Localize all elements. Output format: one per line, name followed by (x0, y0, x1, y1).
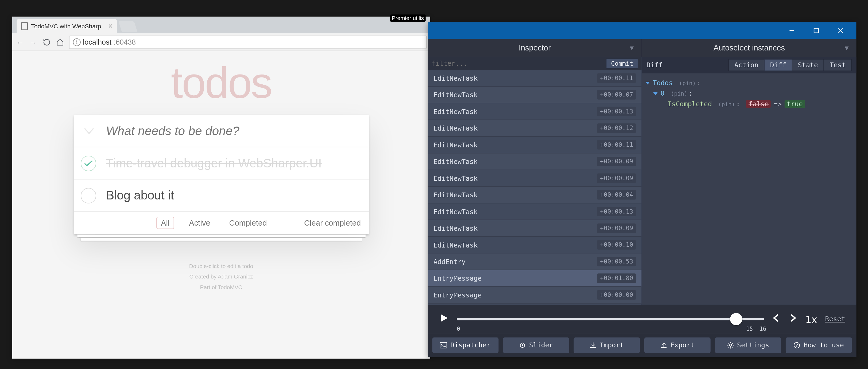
pin-label[interactable]: (pin) (671, 90, 688, 96)
tree-leaf[interactable]: IsCompleted (pin) : false => true (645, 100, 853, 108)
action-time: +00:00.09 (597, 173, 636, 183)
action-name: EditNewTask (433, 208, 477, 215)
commit-button[interactable]: Commit (606, 58, 638, 69)
address-bar[interactable]: i localhost:60438 (69, 35, 427, 48)
action-name: AddEntry (433, 258, 466, 265)
settings-button[interactable]: Settings (715, 337, 781, 353)
action-time: +00:00.13 (597, 207, 636, 216)
action-name: EditNewTask (433, 108, 477, 115)
minimize-button[interactable] (781, 23, 803, 38)
action-row[interactable]: EditNewTask+00:00.13 (428, 103, 642, 120)
browser-tab[interactable]: TodoMVC with WebSharp × (17, 19, 117, 33)
inspector-window: Inspector ▾ Autoselect instances ▾ Commi… (428, 22, 856, 357)
maximize-button[interactable] (805, 23, 827, 38)
home-icon[interactable] (56, 38, 64, 46)
step-forward-icon[interactable] (788, 313, 798, 325)
page-content: todos Time-travel debugger in WebSharper… (12, 51, 430, 359)
clear-completed-button[interactable]: Clear completed (304, 219, 361, 227)
tab-action[interactable]: Action (728, 59, 765, 71)
play-icon[interactable] (439, 313, 449, 325)
playback-bar: 0 15 16 1x Reset (428, 305, 856, 334)
inspector-header: Inspector ▾ Autoselect instances ▾ (428, 39, 856, 57)
action-row[interactable]: EditNewTask+00:00.09 (428, 220, 642, 237)
action-row[interactable]: EditNewTask+00:00.09 (428, 170, 642, 187)
action-row[interactable]: EditNewTask+00:00.07 (428, 87, 642, 103)
how-to-use-button[interactable]: ? How to use (786, 337, 852, 353)
slider-button[interactable]: Slider (503, 337, 569, 353)
button-label: Export (670, 341, 694, 349)
browser-window: TodoMVC with WebSharp × ← → i localhost:… (12, 16, 430, 358)
action-row[interactable]: EditNewTask+00:00.11 (428, 137, 642, 153)
action-row[interactable]: EditNewTask+00:00.12 (428, 120, 642, 137)
dispatcher-button[interactable]: Dispatcher (432, 337, 499, 353)
timeline-pos: 15 (746, 326, 753, 332)
action-time: +00:00.04 (597, 190, 636, 199)
filter-active[interactable]: Active (185, 217, 214, 229)
tab-test[interactable]: Test (824, 59, 852, 71)
action-row[interactable]: EditNewTask+00:00.13 (428, 203, 642, 220)
export-button[interactable]: Export (644, 337, 711, 353)
actions-filter-row: Commit (428, 57, 642, 70)
import-button[interactable]: Import (574, 337, 640, 353)
pin-label[interactable]: (pin) (679, 80, 696, 86)
action-name: EditNewTask (433, 241, 477, 249)
action-time: +00:00.11 (597, 73, 636, 83)
nav-back-icon[interactable]: ← (16, 38, 24, 46)
svg-text:?: ? (796, 343, 798, 348)
chevron-down-icon: ▾ (845, 43, 849, 52)
pin-label[interactable]: (pin) (718, 101, 735, 107)
reset-button[interactable]: Reset (825, 315, 845, 323)
step-back-icon[interactable] (772, 313, 781, 325)
site-info-icon[interactable]: i (73, 38, 81, 46)
todo-checkbox[interactable] (81, 156, 96, 171)
tab-title: TodoMVC with WebSharp (31, 23, 101, 29)
chevron-down-icon[interactable] (84, 125, 94, 137)
tree-node[interactable]: Todos (pin) : (645, 79, 853, 87)
todo-card: Time-travel debugger in WebSharper.UI Bl… (74, 115, 369, 234)
tab-state[interactable]: State (793, 59, 824, 71)
titlebar-hint: Premier utilis (390, 14, 426, 22)
tree-node[interactable]: 0 (pin) : (645, 90, 853, 97)
new-todo-input[interactable] (106, 124, 359, 138)
inspector-title: Inspector (519, 43, 551, 52)
action-row[interactable]: AddEntry+00:00.53 (428, 254, 642, 270)
tree-key: Todos (653, 79, 673, 87)
reload-icon[interactable] (42, 38, 51, 46)
playback-speed[interactable]: 1x (805, 313, 817, 325)
todo-label[interactable]: Time-travel debugger in WebSharper.UI (106, 156, 322, 170)
action-row[interactable]: EditNewTask+00:00.04 (428, 187, 642, 203)
action-name: EditNewTask (433, 91, 477, 99)
caret-down-icon (645, 81, 650, 84)
caret-down-icon (653, 92, 658, 95)
action-row[interactable]: EntryMessage+00:00.00 (428, 287, 642, 303)
todo-label[interactable]: Blog about it (106, 188, 174, 203)
timeline-track[interactable]: 0 15 16 (457, 318, 764, 320)
action-row[interactable]: EntryMessage+00:01.80 (428, 270, 642, 287)
svg-rect-2 (440, 342, 447, 348)
action-name: EntryMessage (433, 291, 482, 299)
action-time: +00:00.00 (597, 290, 636, 300)
filter-input[interactable] (431, 60, 603, 67)
help-icon: ? (794, 342, 800, 348)
tab-diff[interactable]: Diff (765, 59, 793, 71)
download-icon (590, 342, 596, 348)
filter-all[interactable]: All (156, 217, 174, 229)
timeline-min: 0 (457, 326, 460, 332)
close-icon[interactable]: × (108, 22, 113, 30)
gear-icon (727, 342, 734, 348)
filter-completed[interactable]: Completed (225, 217, 271, 229)
action-row[interactable]: EditNewTask+00:00.10 (428, 237, 642, 254)
close-button[interactable] (830, 23, 852, 38)
tree-prop: IsCompleted (668, 100, 712, 108)
action-row[interactable]: EditNewTask+00:00.09 (428, 154, 642, 170)
document-icon (21, 22, 28, 30)
timeline-knob[interactable] (731, 313, 743, 325)
todo-checkbox[interactable] (81, 188, 96, 203)
actions-list[interactable]: EditNewTask+00:00.11EditNewTask+00:00.07… (428, 70, 642, 305)
instances-dropdown[interactable]: Autoselect instances ▾ (642, 39, 857, 57)
nav-forward-icon[interactable]: → (29, 38, 38, 46)
new-tab-button[interactable] (118, 21, 137, 32)
inspector-dropdown[interactable]: Inspector ▾ (428, 39, 642, 57)
svg-point-5 (729, 344, 732, 346)
action-row[interactable]: EditNewTask+00:00.11 (428, 70, 642, 87)
